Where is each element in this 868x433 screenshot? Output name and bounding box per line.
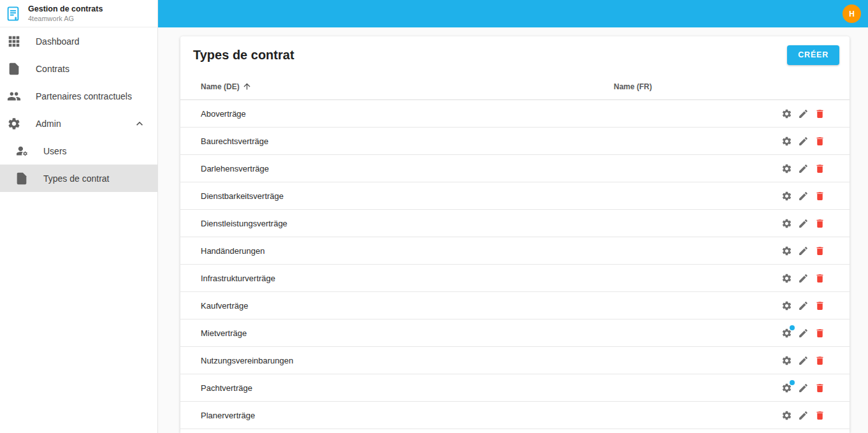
delete-icon: [814, 383, 825, 393]
gear-icon: [781, 410, 792, 421]
row-delete-button[interactable]: [814, 217, 826, 230]
row-edit-button[interactable]: [797, 300, 809, 312]
pencil-icon: [798, 273, 809, 284]
row-edit-button[interactable]: [797, 327, 809, 339]
table-row: Kaufverträge: [180, 292, 850, 319]
pencil-icon: [798, 300, 809, 311]
pencil-icon: [798, 355, 809, 366]
row-settings-button[interactable]: [781, 300, 793, 312]
contract-document-icon: [4, 5, 22, 22]
gear-icon: [781, 300, 792, 311]
table-row: Aboverträge: [180, 100, 850, 128]
row-delete-button[interactable]: [814, 108, 826, 120]
row-edit-button[interactable]: [797, 135, 809, 147]
pencil-icon: [798, 163, 809, 174]
row-actions: [781, 108, 826, 120]
row-delete-button[interactable]: [814, 245, 826, 257]
delete-icon: [814, 246, 825, 256]
row-actions: [781, 190, 826, 202]
delete-icon: [814, 328, 825, 339]
row-actions: [781, 163, 826, 175]
user-gear-icon: [14, 144, 29, 158]
table-row: Pachtverträge: [180, 374, 850, 402]
sidebar-item-label: Dashboard: [36, 36, 80, 47]
sidebar-item-dashboard[interactable]: Dashboard: [0, 27, 157, 55]
gear-icon: [781, 218, 792, 229]
delete-icon: [814, 191, 825, 202]
row-settings-button[interactable]: [781, 135, 793, 147]
row-delete-button[interactable]: [814, 355, 826, 367]
cell-name-de: Mietverträge: [201, 328, 614, 338]
cell-name-de: Kaufverträge: [201, 301, 614, 311]
row-settings-button[interactable]: [781, 327, 793, 339]
sidebar-item-label: Contrats: [36, 64, 69, 74]
notification-dot-badge: [790, 325, 795, 330]
table-row: Planerverträge: [180, 402, 850, 429]
row-settings-button[interactable]: [781, 108, 793, 120]
row-edit-button[interactable]: [797, 355, 809, 367]
row-settings-button[interactable]: [781, 272, 793, 284]
avatar[interactable]: H: [843, 4, 861, 23]
row-delete-button[interactable]: [814, 300, 826, 312]
apps-icon: [6, 34, 22, 48]
row-edit-button[interactable]: [797, 272, 809, 284]
column-header-name-de[interactable]: Name (DE): [201, 82, 614, 91]
sidebar-item-admin[interactable]: Admin: [0, 110, 157, 137]
gear-icon: [781, 191, 792, 202]
row-settings-button[interactable]: [781, 409, 793, 422]
row-delete-button[interactable]: [814, 190, 826, 202]
pencil-icon: [798, 328, 809, 339]
sidebar-item-users[interactable]: Users: [0, 137, 157, 165]
sidebar-item-contrats[interactable]: Contrats: [0, 55, 157, 82]
row-settings-button[interactable]: [781, 163, 793, 175]
cell-name-de: Handänderungen: [201, 246, 614, 256]
cell-name-de: Aboverträge: [201, 109, 614, 119]
gear-icon: [6, 117, 22, 131]
row-settings-button[interactable]: [781, 382, 793, 394]
row-delete-button[interactable]: [814, 135, 826, 147]
gear-icon: [781, 163, 792, 174]
row-edit-button[interactable]: [797, 245, 809, 257]
row-settings-button[interactable]: [781, 190, 793, 202]
gear-icon: [781, 246, 792, 256]
row-edit-button[interactable]: [797, 163, 809, 175]
row-edit-button[interactable]: [797, 409, 809, 422]
row-delete-button[interactable]: [814, 272, 826, 284]
row-settings-button[interactable]: [781, 217, 793, 230]
delete-icon: [814, 273, 825, 284]
delete-icon: [814, 300, 825, 311]
app-title-block: Gestion de contrats 4teamwork AG: [28, 4, 103, 24]
sidebar-nav: Dashboard Contrats Partenaires contractu…: [0, 27, 157, 192]
cell-name-de: Infrastrukturverträge: [201, 274, 614, 283]
gear-icon: [781, 273, 792, 284]
app-window: Gestion de contrats 4teamwork AG Dashboa…: [0, 0, 868, 433]
row-settings-button[interactable]: [781, 355, 793, 367]
sidebar-item-label: Partenaires contractuels: [36, 91, 132, 101]
delete-icon: [814, 218, 825, 229]
delete-icon: [814, 136, 825, 147]
sidebar-item-types-de-contrat[interactable]: Types de contrat: [0, 165, 157, 192]
row-edit-button[interactable]: [797, 108, 809, 120]
row-delete-button[interactable]: [814, 382, 826, 394]
pencil-icon: [798, 246, 809, 256]
cell-name-de: Pachtverträge: [201, 383, 614, 393]
column-header-name-fr[interactable]: Name (FR): [614, 82, 826, 91]
gear-icon: [781, 355, 792, 366]
create-button[interactable]: CRÉER: [787, 45, 839, 65]
app-subtitle: 4teamwork AG: [28, 14, 103, 23]
pencil-icon: [798, 191, 809, 202]
row-edit-button[interactable]: [797, 382, 809, 394]
cell-name-de: Nutzungsvereinbarungen: [201, 356, 614, 365]
row-delete-button[interactable]: [814, 163, 826, 175]
row-edit-button[interactable]: [797, 190, 809, 202]
table-body: Aboverträge Baurechtsverträge: [180, 100, 850, 429]
sidebar-item-partenaires-contractuels[interactable]: Partenaires contractuels: [0, 82, 157, 110]
chevron-up-icon[interactable]: [133, 117, 146, 130]
row-settings-button[interactable]: [781, 245, 793, 257]
pencil-icon: [798, 218, 809, 229]
row-delete-button[interactable]: [814, 327, 826, 339]
row-actions: [781, 135, 826, 147]
row-edit-button[interactable]: [797, 217, 809, 230]
row-delete-button[interactable]: [814, 409, 826, 422]
pencil-icon: [798, 108, 809, 119]
